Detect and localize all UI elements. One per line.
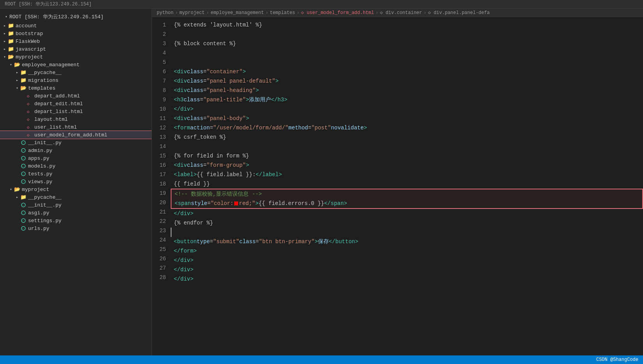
line-num-4: 4 [155,48,166,58]
token: > [193,170,196,179]
root-arrow [3,14,9,20]
token: action [190,123,210,133]
red-square-icon [234,201,238,205]
label-asgi_mp: asgi.py [28,210,49,216]
sidebar-item-myproject[interactable]: 📂myproject [0,53,152,61]
token: style [191,199,207,208]
arrow-migrations [14,77,20,83]
token: span [178,199,191,208]
sidebar-item-employee_management[interactable]: 📂employee_management [0,61,152,69]
arrow-init_em [14,140,20,146]
label-myproject: myproject [16,54,43,60]
sidebar-item-migrations[interactable]: 📁migrations [0,76,152,84]
label-user_model_form_add: user_model_form_add.html [34,132,107,138]
token: {{ field.errors.0 }} [259,199,324,208]
code-line-20: <span style="color: red;">{{ field.error… [171,199,643,209]
folder-icon-bootstrap: 📁 [8,30,14,37]
py-icon-tests_em: ~ [20,171,26,177]
code-line-10: </div> [171,104,643,114]
code-line-21: </div> [171,209,643,218]
code-line-18: {{ field }} [171,179,643,189]
token: novalidate [331,123,364,133]
line-num-14: 14 [155,142,166,151]
line-num-9: 9 [155,95,166,104]
code-line-14 [171,142,643,151]
svg-text:◇: ◇ [27,133,30,138]
sidebar-root[interactable]: ROOT [SSH: 华为云123.249.26.154] [0,12,152,22]
token: = [203,76,207,86]
arrow-bootstrap [2,30,8,37]
token: class [187,76,203,86]
sidebar-item-user_model_form_add[interactable]: ◇user_model_form_add.html [0,131,152,139]
sidebar-item-depart_edit[interactable]: ◇depart_edit.html [0,100,152,108]
arrow-templates [14,85,20,91]
line-numbers: 1234567891011121314151617181920212223242… [152,17,171,355]
token: button [336,237,355,246]
code-line-9: <h3 class="panel-title">添加用户</h3> [171,95,643,104]
token: label [262,170,279,179]
sidebar-item-depart_add[interactable]: ◇depart_add.html [0,92,152,100]
arrow-apps_em [14,155,20,161]
label-user_list: user_list.html [34,124,77,130]
token: "color: [210,199,233,208]
sidebar-item-depart_list[interactable]: ◇depart_list.html [0,108,152,115]
sidebar-item-flaskweb[interactable]: 📁FlaskWeb [0,37,152,45]
sidebar-item-layout[interactable]: ◇layout.html [0,115,152,123]
token: < [174,76,177,86]
bc-div-container: ◇ div.container [380,10,422,16]
token: </ [174,274,180,284]
token: > [190,209,193,218]
sidebar-item-urls_mp[interactable]: ~urls.py [0,224,152,232]
sidebar[interactable]: ROOT [SSH: 华为云123.249.26.154] 📁account📁b… [0,9,152,355]
svg-text:~: ~ [22,172,24,176]
sidebar-item-bootstrap[interactable]: 📁bootstrap [0,30,152,37]
sidebar-item-tests_em[interactable]: ~tests.py [0,170,152,178]
token: = [203,86,207,95]
token: div [177,86,187,95]
sidebar-item-models_em[interactable]: ~models.py [0,162,152,170]
sidebar-item-asgi_mp[interactable]: ~asgi.py [0,209,152,217]
code-line-15: {% for field in form %} [171,151,643,161]
sidebar-item-myproject2[interactable]: 📂myproject [0,186,152,193]
py-icon-apps_em: ~ [20,155,26,161]
code-line-16: <div class="form-group"> [171,161,643,170]
sidebar-item-settings_mp[interactable]: ~settings.py [0,217,152,224]
sidebar-item-account[interactable]: 📁account [0,22,152,30]
token: </ [329,237,336,246]
line-num-11: 11 [155,114,166,123]
sidebar-item-apps_em[interactable]: ~apps.py [0,154,152,162]
token: = [207,199,210,208]
token: {% for field in form %} [174,151,249,161]
label-views_em: views.py [28,179,52,185]
sidebar-item-pycache_em[interactable]: 📁__pycache__ [0,69,152,76]
label-migrations: migrations [28,78,58,83]
editor-content: 1234567891011121314151617181920212223242… [152,17,643,355]
code-line-8: <div class="panel-heading"> [171,86,643,95]
token: div [177,114,187,123]
line-num-1: 1 [155,20,166,30]
sidebar-item-admin_em[interactable]: ~admin.py [0,147,152,154]
sidebar-item-templates[interactable]: 📂templates [0,84,152,92]
sidebar-item-init_em[interactable]: ~__init__.py [0,139,152,147]
sidebar-item-user_list[interactable]: ◇user_list.html [0,123,152,131]
token: < [174,114,177,123]
label-settings_mp: settings.py [28,218,62,224]
sidebar-item-javascript[interactable]: 📁javascript [0,45,152,53]
code-line-6: <div class="container"> [171,67,643,76]
sidebar-item-pycache_mp[interactable]: 📁__pycache__ [0,193,152,201]
line-num-25: 25 [155,245,166,254]
arrow-init_mp [14,202,20,208]
sidebar-item-init_mp[interactable]: ~__init__.py [0,201,152,209]
html-icon-user_list: ◇ [26,124,33,130]
token: > [190,256,193,265]
line-num-24: 24 [155,235,166,245]
sidebar-item-views_em[interactable]: ~views.py [0,178,152,186]
line-num-20: 20 [155,198,166,207]
arrow-account [2,23,8,29]
svg-text:~: ~ [22,164,24,168]
label-init_mp: __init__.py [28,202,62,208]
line-num-2: 2 [155,30,166,39]
line-num-10: 10 [155,104,166,114]
token: < [175,199,178,208]
token: type [197,237,210,246]
